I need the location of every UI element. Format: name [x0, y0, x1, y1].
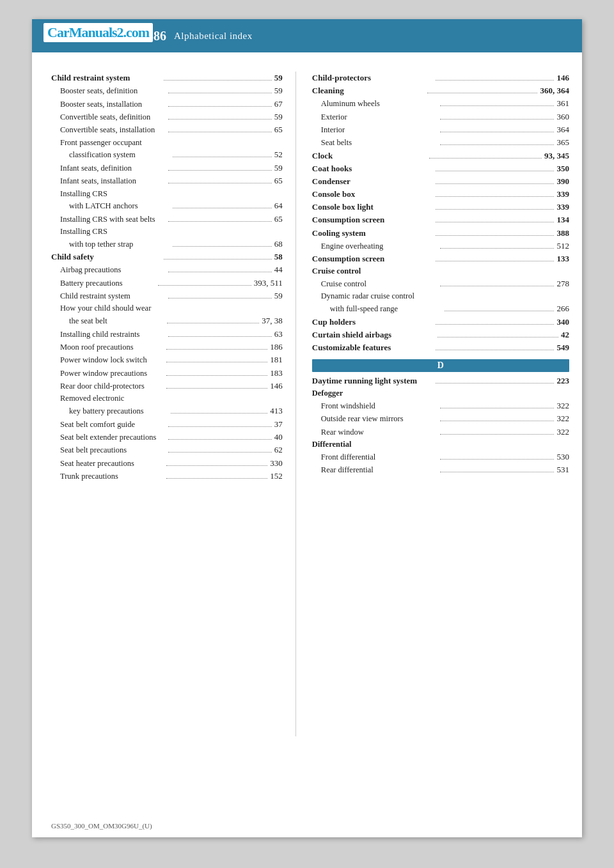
entry-dots	[171, 413, 267, 414]
entry-dots	[440, 459, 554, 460]
entry-dots	[166, 465, 267, 466]
entry-dots	[436, 171, 554, 171]
entry-page: 322	[556, 412, 569, 425]
index-entry: Interior364	[312, 123, 569, 136]
entry-text: Front differential	[312, 451, 437, 463]
entry-page: 339	[556, 188, 569, 201]
entry-text: Convertible seats, installation	[51, 124, 166, 136]
entry-text: Aluminum wheels	[312, 98, 437, 110]
index-entry: Child-protectors146	[312, 72, 569, 84]
index-entry: Power window lock switch181	[51, 353, 283, 366]
index-entry: Child safety58	[51, 251, 283, 263]
index-entry: Console box light339	[312, 201, 569, 213]
entry-text: Child-protectors	[312, 72, 433, 84]
entry-text: the seat belt	[51, 315, 164, 327]
right-column: Child-protectors146Cleaning360, 364Alumi…	[296, 72, 582, 736]
index-entry: Engine overheating512	[312, 240, 569, 252]
entry-page: 388	[556, 227, 569, 240]
index-main-label: Defogger	[312, 387, 569, 399]
index-entry: Curtain shield airbags42	[312, 329, 569, 341]
entry-dots	[436, 80, 554, 81]
entry-text: Condenser	[312, 175, 433, 188]
entry-page: 531	[556, 463, 569, 476]
entry-dots	[436, 350, 554, 350]
entry-text: Console box	[312, 188, 433, 201]
entry-dots	[168, 106, 271, 107]
index-entry: Booster seats, installation67	[51, 98, 283, 111]
entry-page: 59	[274, 290, 283, 302]
entry-text: Infant seats, definition	[51, 162, 166, 174]
entry-page: 365	[556, 136, 569, 149]
entry-text: Exterior	[312, 111, 437, 123]
index-entry: Consumption screen133	[312, 252, 569, 265]
entry-page: 266	[556, 302, 569, 315]
entry-dots	[167, 323, 260, 323]
index-label: How your child should wear	[51, 302, 283, 314]
entry-text: Child restraint system	[51, 290, 166, 302]
entry-page: 40	[274, 431, 283, 444]
entry-page: 37, 38	[262, 314, 283, 327]
index-entry: Rear differential531	[312, 463, 569, 476]
entry-page: 339	[556, 201, 569, 213]
page: CarManuals2.com 586 Alphabetical index C…	[32, 19, 582, 837]
entry-page: 52	[274, 148, 283, 161]
index-entry: Cooling system388	[312, 227, 569, 240]
entry-text: Seat heater precautions	[51, 458, 164, 470]
entry-text: Airbag precautions	[51, 264, 166, 276]
entry-dots	[168, 426, 271, 427]
index-entry: Trunk precautions152	[51, 470, 283, 483]
entry-dots	[427, 93, 537, 93]
entry-dots	[166, 388, 267, 389]
entry-page: 68	[274, 238, 283, 251]
entry-dots	[168, 170, 271, 171]
index-entry: Moon roof precautions186	[51, 341, 283, 353]
entry-text: Child safety	[51, 251, 161, 263]
entry-page: 65	[274, 123, 283, 136]
entry-page: 134	[556, 213, 569, 226]
entry-page: 42	[561, 329, 569, 341]
entry-page: 322	[556, 426, 569, 438]
entry-text: Coat hooks	[312, 162, 433, 175]
entry-text: Booster seats, installation	[51, 98, 166, 111]
entry-page: 37	[274, 418, 283, 431]
logo-text: CarManuals2.com	[47, 24, 149, 40]
entry-dots	[168, 336, 271, 337]
entry-page: 340	[556, 316, 569, 329]
entry-text: Outside rear view mirrors	[312, 413, 437, 425]
entry-dots	[436, 183, 554, 184]
entry-text: Cruise control	[312, 278, 437, 290]
index-entry: Coat hooks350	[312, 162, 569, 175]
entry-dots	[429, 158, 542, 159]
entry-dots	[445, 311, 554, 311]
entry-page: 361	[556, 97, 569, 110]
entry-page: 67	[274, 98, 283, 111]
entry-page: 133	[556, 252, 569, 265]
entry-dots	[166, 362, 267, 362]
entry-page: 413	[270, 405, 283, 417]
entry-dots	[168, 119, 271, 120]
entry-dots	[166, 349, 267, 350]
entry-dots	[168, 183, 271, 183]
main-content: Child restraint system59Booster seats, d…	[32, 52, 582, 756]
entry-dots	[168, 132, 271, 132]
index-label: Installing CRS	[51, 188, 283, 200]
entry-dots	[158, 285, 251, 286]
entry-page: 186	[270, 341, 283, 353]
index-entry: Airbag precautions44	[51, 263, 283, 276]
entry-dots	[436, 222, 554, 222]
entry-dots	[168, 221, 271, 222]
entry-text: Engine overheating	[312, 240, 437, 252]
index-entry: Front windshield322	[312, 399, 569, 412]
index-entry: Convertible seats, installation65	[51, 123, 283, 136]
index-entry: key battery precautions413	[51, 405, 283, 417]
entry-text: Clock	[312, 150, 427, 162]
entry-page: 322	[556, 399, 569, 412]
index-entry: with full-speed range266	[312, 302, 569, 315]
entry-text: with LATCH anchors	[51, 200, 170, 212]
entry-page: 181	[270, 353, 283, 366]
entry-dots	[436, 209, 554, 210]
entry-dots	[166, 478, 267, 479]
index-label: Removed electronic	[51, 392, 283, 405]
entry-text: Cup holders	[312, 316, 433, 329]
entry-page: 360, 364	[540, 84, 569, 97]
